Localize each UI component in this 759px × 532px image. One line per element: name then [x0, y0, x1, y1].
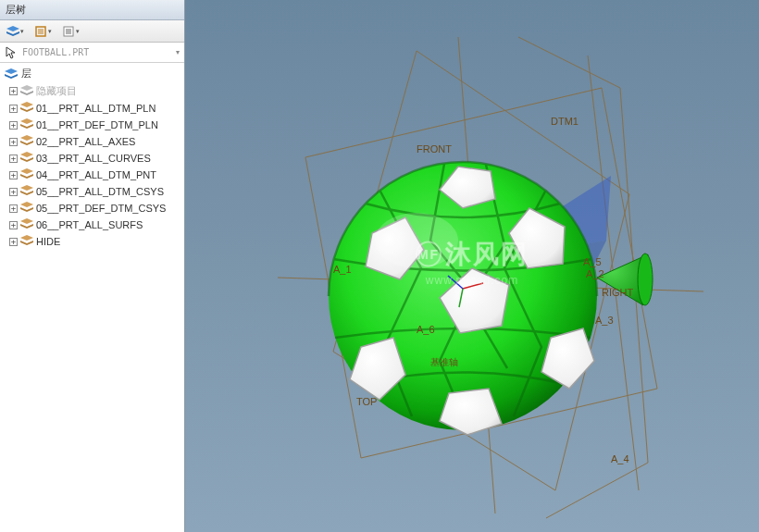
sidebar-panel: 层树 ▾ ▾ ▾ FOOTBALL.PRT ▾ [0, 0, 185, 532]
layers-icon [5, 68, 18, 80]
tree-item[interactable]: +03__PRT_ALL_CURVES [0, 150, 184, 167]
tree-item[interactable]: +04__PRT_ALL_DTM_PNT [0, 167, 184, 183]
layer-tree: 层 +隐藏项目+01__PRT_ALL_DTM_PLN+01__PRT_DEF_… [0, 63, 184, 532]
tree-item[interactable]: +02__PRT_ALL_AXES [0, 133, 184, 150]
tree-root-label: 层 [21, 67, 31, 80]
model-canvas [185, 0, 759, 532]
expand-icon[interactable]: + [9, 105, 18, 113]
sidebar-title-bar: 层树 [0, 0, 184, 20]
tree-root[interactable]: 层 [0, 65, 184, 82]
expand-icon[interactable]: + [9, 121, 18, 130]
toolbar-tools-button[interactable]: ▾ [31, 23, 54, 40]
layer-item-icon [20, 218, 33, 231]
layer-item-icon [20, 118, 33, 131]
sidebar-title: 层树 [6, 3, 26, 17]
file-selector-row: FOOTBALL.PRT ▾ [0, 43, 184, 63]
svg-point-4 [638, 254, 653, 305]
cursor-icon[interactable] [5, 46, 18, 59]
layer-item-icon [20, 235, 33, 248]
tree-item[interactable]: +隐藏项目 [0, 82, 184, 100]
viewport-3d[interactable]: FRONT DTM1 TOP RIGHT A_1 A_5 A_2 A_3 A_4… [185, 0, 759, 532]
expand-icon[interactable]: + [9, 221, 18, 229]
tree-item-label: 隐藏项目 [36, 84, 77, 98]
tree-item-label: 05__PRT_DEF_DTM_CSYS [36, 203, 166, 214]
toolbar-list-button[interactable]: ▾ [59, 23, 81, 40]
tree-item-label: 06__PRT_ALL_SURFS [36, 219, 143, 230]
svg-point-3 [375, 213, 458, 268]
layer-item-icon [20, 85, 33, 98]
tree-item[interactable]: +HIDE [0, 233, 184, 250]
tree-item-label: 01__PRT_DEF_DTM_PLN [36, 119, 158, 130]
expand-icon[interactable]: + [9, 155, 18, 163]
layer-item-icon [20, 185, 33, 198]
tree-item[interactable]: +05__PRT_ALL_DTM_CSYS [0, 183, 184, 200]
expand-icon[interactable]: + [9, 238, 18, 246]
tree-item[interactable]: +06__PRT_ALL_SURFS [0, 217, 184, 233]
expand-icon[interactable]: + [9, 188, 18, 196]
tree-item-label: 03__PRT_ALL_CURVES [36, 153, 151, 164]
expand-icon[interactable]: + [9, 87, 18, 95]
layer-item-icon [20, 102, 33, 115]
layer-item-icon [20, 202, 33, 215]
tree-item[interactable]: +01__PRT_ALL_DTM_PLN [0, 100, 184, 117]
tree-item[interactable]: +05__PRT_DEF_DTM_CSYS [0, 200, 184, 217]
tree-item-label: 04__PRT_ALL_DTM_PNT [36, 169, 156, 180]
layer-item-icon [20, 135, 33, 148]
expand-icon[interactable]: + [9, 204, 18, 213]
sidebar-toolbar: ▾ ▾ ▾ [0, 20, 184, 43]
tree-item-label: 02__PRT_ALL_AXES [36, 136, 135, 147]
tree-item-label: HIDE [36, 236, 60, 247]
expand-icon[interactable]: + [9, 171, 18, 179]
filename-label: FOOTBALL.PRT [22, 47, 89, 57]
tree-item[interactable]: +01__PRT_DEF_DTM_PLN [0, 117, 184, 133]
layer-item-icon [20, 168, 33, 181]
toolbar-layers-button[interactable]: ▾ [4, 23, 26, 40]
tree-item-label: 01__PRT_ALL_DTM_PLN [36, 103, 156, 114]
dropdown-icon[interactable]: ▾ [176, 48, 180, 56]
expand-icon[interactable]: + [9, 138, 18, 146]
layer-item-icon [20, 152, 33, 165]
tree-item-label: 05__PRT_ALL_DTM_CSYS [36, 186, 164, 197]
